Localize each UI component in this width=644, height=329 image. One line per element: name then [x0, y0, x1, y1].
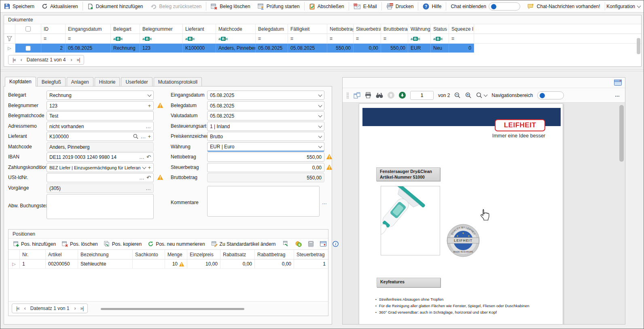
column-header[interactable]: Nr.: [20, 250, 46, 259]
column-header[interactable]: Belegnummer: [140, 24, 183, 34]
tab-userfelder[interactable]: Userfelder: [121, 77, 152, 86]
row-expander-icon[interactable]: ▷: [8, 259, 20, 268]
email-button[interactable]: PDF E-Mail: [350, 0, 381, 12]
select-all-checkbox[interactable]: [25, 26, 31, 32]
adressmemo-field[interactable]: nicht vorhanden…: [47, 122, 154, 131]
valutadatum-select[interactable]: 05.08.2025: [207, 111, 324, 120]
prev-page-button[interactable]: ‹: [21, 57, 22, 63]
help-button[interactable]: ? Hilfe: [419, 0, 445, 12]
row-checkbox[interactable]: [25, 46, 31, 51]
drag-handle-icon[interactable]: [346, 92, 349, 99]
chat-messages-button[interactable]: Chat-Nachrichten vorhanden!: [524, 0, 604, 12]
column-header[interactable]: Rabattsatz: [220, 250, 255, 259]
besteuerungsart-select[interactable]: 1 | Inland: [207, 122, 324, 131]
abc-filter-icon[interactable]: aBc: [183, 34, 216, 44]
page-number-input[interactable]: [410, 91, 434, 100]
add-document-button[interactable]: Dokument hinzufügen: [84, 0, 147, 12]
column-header[interactable]: Lieferant: [183, 24, 216, 34]
column-header[interactable]: Bezeichnung: [78, 250, 133, 259]
equals-filter-icon[interactable]: =: [327, 34, 354, 44]
zoom-in-icon[interactable]: [465, 92, 472, 99]
tab-kopfdaten[interactable]: Kopfdaten: [5, 77, 36, 86]
iban-input[interactable]: DE11 2019 0003 1240 9980 14 … ↶: [47, 152, 154, 162]
column-header[interactable]: Menge: [165, 250, 187, 259]
position-copy-button[interactable]: Pos. kopieren: [102, 239, 144, 249]
equals-filter-icon[interactable]: =: [288, 34, 327, 44]
column-header[interactable]: Eingangsdatum: [66, 24, 111, 34]
filter-funnel-icon[interactable]: [4, 34, 15, 44]
belegdatum-select[interactable]: 05.08.2025: [207, 101, 324, 110]
plus-icon[interactable]: +: [148, 134, 151, 139]
ellipsis-icon[interactable]: …: [139, 175, 144, 180]
window-record-icon-button[interactable]: [318, 239, 329, 249]
abc-filter-icon[interactable]: aBc: [216, 34, 256, 44]
navigation-area-toggle[interactable]: [537, 91, 564, 99]
column-header[interactable]: Rabattbetrag: [255, 250, 294, 259]
start-check-button[interactable]: Prüfung starten: [254, 0, 303, 12]
reset-document-button[interactable]: Beleg zurücksetzen: [147, 0, 205, 12]
plus-icon[interactable]: +: [148, 103, 151, 108]
delete-document-button[interactable]: Beleg löschen: [207, 0, 254, 12]
preview-menu-button[interactable]: …: [615, 92, 620, 98]
equals-filter-icon[interactable]: =: [41, 34, 66, 44]
finish-button[interactable]: Abschließen: [305, 0, 348, 12]
column-header[interactable]: Squeeze ID: [449, 24, 474, 34]
position-delete-button[interactable]: Pos. löschen: [59, 239, 100, 249]
column-header[interactable]: ID: [41, 24, 66, 34]
tab-mutationsprotokoll[interactable]: Mutationsprotokoll: [154, 77, 202, 86]
documents-vertical-scrollbar[interactable]: [637, 38, 640, 54]
position-renumber-button[interactable]: Pos. neu nummerieren: [145, 239, 207, 249]
horizontal-scrollbar[interactable]: [101, 308, 244, 310]
next-page-icon[interactable]: [399, 92, 406, 99]
tab-belegfuss[interactable]: Belegfuß: [37, 77, 66, 86]
equals-filter-icon[interactable]: =: [381, 34, 408, 44]
chat-toggle[interactable]: [489, 2, 520, 11]
refresh-button[interactable]: Aktualisieren: [38, 0, 82, 12]
column-header[interactable]: Matchcode: [216, 24, 256, 34]
ust-idnr-input[interactable]: … ↶: [47, 173, 154, 182]
position-add-button[interactable]: Pos. hinzufügen: [11, 239, 58, 249]
first-page-button[interactable]: |«: [13, 57, 16, 63]
abw-buchungstext-textarea[interactable]: [47, 194, 154, 219]
column-header[interactable]: Währung: [408, 24, 431, 34]
undo-icon[interactable]: ↶: [146, 175, 151, 180]
ellipsis-icon[interactable]: …: [146, 186, 151, 191]
column-header[interactable]: Status: [431, 24, 449, 34]
column-header[interactable]: Belegdatum: [256, 24, 288, 34]
abc-filter-icon[interactable]: aBc: [111, 34, 140, 44]
waehrung-select[interactable]: EUR | Euro: [207, 142, 324, 152]
next-page-button[interactable]: ›: [71, 57, 72, 63]
ellipsis-icon[interactable]: …: [146, 124, 151, 129]
vorgaenge-field[interactable]: (305) …: [47, 183, 154, 193]
equals-filter-icon[interactable]: =: [66, 34, 111, 44]
ellipsis-icon[interactable]: …: [322, 200, 327, 205]
scrollbar-thumb[interactable]: [619, 105, 624, 162]
kommentare-textarea[interactable]: [207, 186, 320, 217]
row-expander-icon[interactable]: ▷: [4, 44, 15, 53]
last-page-button[interactable]: »|: [77, 57, 80, 63]
steuerbetrag-input[interactable]: 0,00: [207, 163, 324, 172]
ellipsis-icon[interactable]: …: [139, 154, 144, 160]
eingangsdatum-select[interactable]: 05.08.2025: [207, 91, 324, 100]
abc-filter-icon[interactable]: aBc: [408, 34, 431, 44]
horizontal-splitter[interactable]: [0, 71, 644, 72]
column-header[interactable]: Artikel: [46, 250, 78, 259]
column-header[interactable]: Nettobetrag: [327, 24, 354, 34]
dock-window-icon[interactable]: [614, 80, 622, 86]
preview-vertical-scrollbar[interactable]: [619, 104, 624, 323]
prev-page-button[interactable]: ‹: [24, 306, 25, 311]
print-button[interactable]: PDF Drucken: [383, 0, 417, 12]
first-page-button[interactable]: |«: [16, 306, 19, 311]
documents-selected-row[interactable]: ▷ 2 05.08.2025 Rechnung 123 K100000 Ande…: [4, 44, 641, 53]
column-header[interactable]: Fälligkeit: [288, 24, 327, 34]
column-header[interactable]: Steuerbetrag: [354, 24, 381, 34]
preiskennzeichen-select[interactable]: Brutto: [207, 132, 324, 141]
search-icon[interactable]: [133, 134, 138, 139]
save-button[interactable]: Speichern: [0, 0, 38, 12]
zahlungskondition-select[interactable]: BEZ Liefer | Einzugsermächtigung für Lie…: [47, 163, 154, 172]
to-standard-article-button[interactable]: Zu Standardartikel ändern: [209, 239, 278, 249]
abc-filter-icon[interactable]: aBc: [431, 34, 449, 44]
lieferant-input[interactable]: K100000 … +: [47, 132, 154, 141]
thumbnails-icon[interactable]: [354, 92, 360, 99]
positions-row[interactable]: ▷ 1 00200050 Stehleuchte 10 10,00 0,00 0…: [8, 259, 328, 269]
